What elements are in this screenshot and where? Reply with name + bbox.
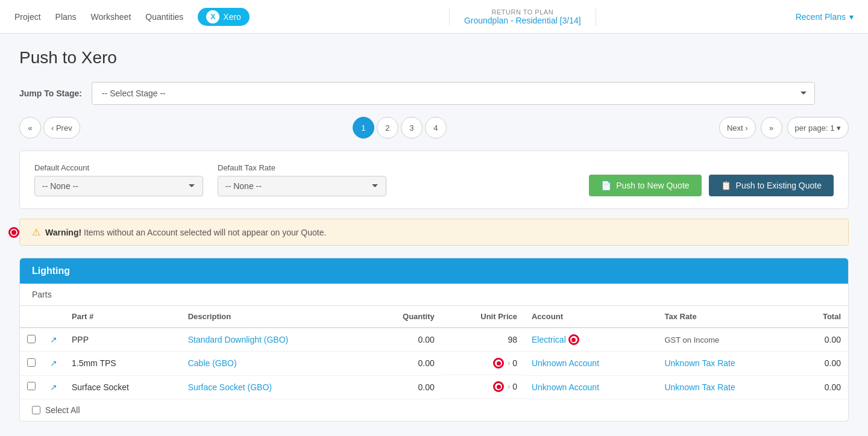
lighting-table-section: Lighting Parts Part # Description Quanti…	[19, 258, 849, 422]
default-tax-label: Default Tax Rate	[218, 163, 386, 172]
row1-tax-rate: GST on Income	[657, 328, 795, 352]
row1-part-num: PPP	[64, 328, 181, 352]
row1-checkbox[interactable]	[27, 335, 36, 343]
col-quantity: Quantity	[366, 306, 441, 328]
xero-label: Xero	[223, 12, 241, 22]
row2-unit-price-cell: › 0	[442, 352, 524, 375]
top-navigation: Project Plans Worksheet Quantities X Xer…	[0, 0, 868, 34]
prev-page-button[interactable]: ‹ Prev	[43, 117, 80, 139]
next-page-button[interactable]: Next ›	[719, 117, 756, 139]
pagination-center: 1 2 3 4	[85, 117, 714, 139]
return-to-plan[interactable]: RETURN TO PLAN Groundplan - Residential …	[449, 8, 596, 25]
nav-quantities[interactable]: Quantities	[145, 10, 183, 24]
recent-plans-button[interactable]: Recent Plans ▾	[796, 12, 854, 22]
first-page-button[interactable]: «	[19, 117, 41, 139]
default-tax-select[interactable]: -- None --	[218, 176, 386, 196]
jump-to-stage-row: Jump To Stage: -- Select Stage --	[19, 82, 849, 105]
account-section: Default Account -- None -- Default Tax R…	[19, 151, 849, 209]
return-label: RETURN TO PLAN	[492, 8, 554, 16]
row3-tax-rate[interactable]: Unknown Tax Rate	[657, 375, 795, 399]
per-page-button[interactable]: per page: 1 ▾	[787, 117, 849, 139]
default-account-select[interactable]: -- None --	[34, 176, 203, 196]
warning-message: Items without an Account selected will n…	[84, 228, 326, 237]
row3-description[interactable]: Surface Socket (GBO)	[181, 375, 367, 399]
row2-checkbox-cell	[20, 352, 43, 376]
page-2-button[interactable]: 2	[377, 117, 398, 139]
external-link-icon[interactable]: ↗	[50, 335, 57, 344]
row1-unit-price: 98	[442, 328, 524, 352]
row1-link-icon[interactable]: ↗	[43, 328, 64, 352]
col-checkbox	[20, 306, 43, 328]
chevron-down-icon: ▾	[849, 12, 854, 22]
warning-indicator	[8, 227, 19, 238]
warning-wrapper: ⚠ Warning! Items without an Account sele…	[19, 219, 849, 246]
row1-description[interactable]: Standard Downlight (GBO)	[181, 328, 367, 352]
parts-label: Parts	[20, 284, 848, 306]
row1-checkbox-cell	[20, 328, 43, 352]
row3-account[interactable]: Unknown Account	[524, 375, 657, 399]
table-section-title: Lighting	[20, 258, 848, 284]
row3-checkbox-cell	[20, 375, 43, 399]
chevron-right-icon: ›	[508, 382, 510, 391]
nav-xero[interactable]: X Xero	[198, 8, 250, 26]
row2-tax-rate[interactable]: Unknown Tax Rate	[657, 352, 795, 376]
parts-table: Part # Description Quantity Unit Price A…	[20, 306, 848, 399]
select-all-row: Select All	[20, 399, 848, 421]
table-row: ↗ 1.5mm TPS Cable (GBO) 0.00 › 0 Unknown…	[20, 352, 848, 376]
page-title: Push to Xero	[19, 48, 849, 67]
select-all-checkbox[interactable]	[32, 406, 40, 414]
col-tax-rate: Tax Rate	[657, 306, 795, 328]
pagination-right: Next › » per page: 1 ▾	[719, 117, 849, 139]
nav-project[interactable]: Project	[14, 10, 41, 24]
row2-part-num: 1.5mm TPS	[64, 352, 181, 376]
file-icon: 📋	[721, 181, 731, 190]
push-to-new-quote-button[interactable]: 📄 Push to New Quote	[589, 175, 701, 196]
row3-link-icon[interactable]: ↗	[43, 375, 64, 399]
xero-logo-icon: X	[206, 10, 219, 23]
action-buttons: 📄 Push to New Quote 📋 Push to Existing Q…	[589, 175, 834, 196]
row3-part-num: Surface Socket	[64, 375, 181, 399]
col-total: Total	[795, 306, 848, 328]
pagination-left: « ‹ Prev	[19, 117, 80, 139]
row3-checkbox[interactable]	[27, 382, 36, 390]
row2-description[interactable]: Cable (GBO)	[181, 352, 367, 376]
row2-checkbox[interactable]	[27, 358, 36, 367]
col-account: Account	[524, 306, 657, 328]
row2-account[interactable]: Unknown Account	[524, 352, 657, 376]
page-4-button[interactable]: 4	[425, 117, 447, 139]
pagination-bar: « ‹ Prev 1 2 3 4 Next › » per page: 1 ▾	[19, 117, 849, 139]
warning-triangle-icon: ⚠	[32, 226, 40, 238]
row1-account: Electrical	[524, 328, 657, 352]
col-part-num: Part #	[64, 306, 181, 328]
col-description: Description	[181, 306, 367, 328]
external-link-icon[interactable]: ↗	[50, 358, 57, 368]
main-content: Push to Xero Jump To Stage: -- Select St…	[0, 34, 868, 436]
row2-quantity: 0.00	[366, 352, 441, 376]
account-indicator-icon	[568, 334, 579, 345]
page-1-button[interactable]: 1	[353, 117, 374, 139]
row3-total: 0.00	[795, 375, 848, 399]
warning-bar: ⚠ Warning! Items without an Account sele…	[19, 219, 849, 246]
last-page-button[interactable]: »	[761, 117, 782, 139]
price-indicator-icon	[493, 358, 504, 369]
push-to-existing-quote-button[interactable]: 📋 Push to Existing Quote	[709, 175, 834, 196]
stage-select[interactable]: -- Select Stage --	[92, 82, 815, 105]
nav-worksheet[interactable]: Worksheet	[91, 10, 131, 24]
external-link-icon[interactable]: ↗	[50, 382, 57, 392]
col-unit-price: Unit Price	[442, 306, 524, 328]
jump-to-stage-label: Jump To Stage:	[19, 89, 82, 98]
table-row: ↗ PPP Standard Downlight (GBO) 0.00 98 E…	[20, 328, 848, 352]
row1-total: 0.00	[795, 328, 848, 352]
return-link[interactable]: Groundplan - Residential [3/14]	[464, 16, 581, 25]
table-row: ↗ Surface Socket Surface Socket (GBO) 0.…	[20, 375, 848, 399]
page-3-button[interactable]: 3	[401, 117, 423, 139]
document-icon: 📄	[601, 181, 611, 190]
select-all-label: Select All	[45, 405, 80, 415]
col-icon	[43, 306, 64, 328]
warning-bold-text: Warning!	[45, 228, 81, 237]
default-tax-group: Default Tax Rate -- None --	[218, 163, 386, 196]
chevron-right-icon: ›	[508, 359, 510, 367]
row3-unit-price-cell: › 0	[442, 375, 524, 399]
nav-plans[interactable]: Plans	[55, 10, 77, 24]
row2-link-icon[interactable]: ↗	[43, 352, 64, 376]
